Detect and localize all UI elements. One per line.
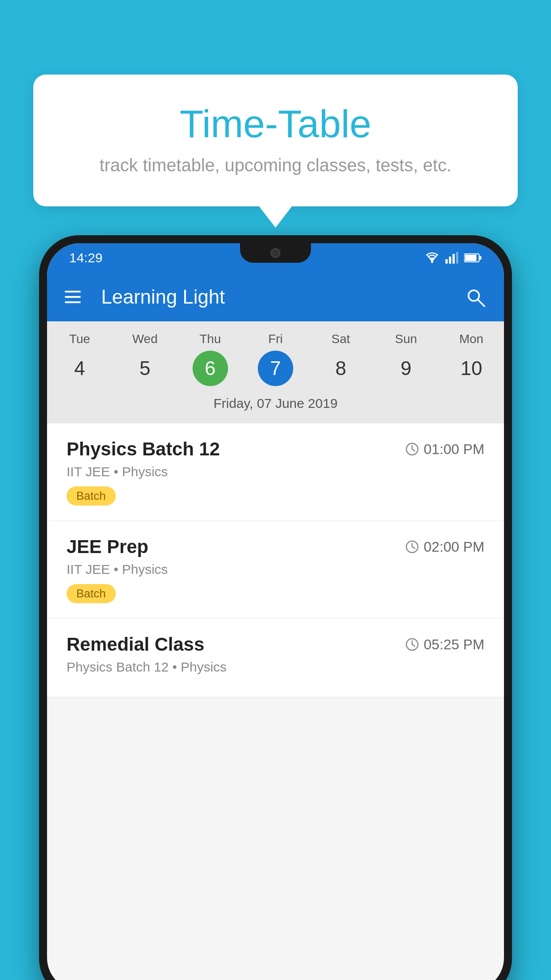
class-name-2: JEE Prep: [67, 536, 148, 557]
status-time: 14:29: [69, 250, 102, 265]
class-name-1: Physics Batch 12: [67, 439, 220, 460]
clock-icon-3: [405, 637, 419, 652]
day-header-wed: Wed: [112, 332, 177, 346]
hamburger-menu-icon[interactable]: [65, 291, 81, 303]
day-6-today[interactable]: 6: [193, 351, 228, 386]
svg-rect-7: [480, 256, 481, 260]
class-time-2: 02:00 PM: [405, 539, 484, 555]
svg-line-12: [412, 449, 415, 451]
wifi-icon: [424, 252, 440, 264]
app-title: Learning Light: [101, 286, 451, 308]
tooltip-card: Time-Table track timetable, upcoming cla…: [33, 75, 518, 206]
class-header-2: JEE Prep 02:00 PM: [67, 536, 484, 557]
svg-line-9: [478, 300, 484, 306]
clock-icon-2: [405, 540, 419, 554]
class-info-3: Physics Batch 12 • Physics: [67, 660, 484, 675]
batch-tag-2: Batch: [67, 584, 116, 603]
svg-line-15: [412, 547, 415, 549]
calendar-strip: Tue Wed Thu Fri Sat Sun Mon 4 5 6 7 8 9 …: [47, 321, 504, 423]
clock-icon-1: [405, 442, 419, 456]
svg-line-18: [412, 644, 415, 646]
class-list: Physics Batch 12 01:00 PM IIT JEE • Phys…: [47, 423, 504, 697]
day-9[interactable]: 9: [374, 351, 439, 386]
app-bar: Learning Light: [47, 273, 504, 321]
day-header-mon: Mon: [439, 332, 504, 346]
svg-rect-4: [456, 252, 458, 264]
phone-notch: [240, 243, 311, 263]
day-header-sun: Sun: [374, 332, 439, 346]
class-item-2[interactable]: JEE Prep 02:00 PM IIT JEE • Physics Batc…: [47, 521, 504, 619]
class-item-3[interactable]: Remedial Class 05:25 PM Physics Batch 12…: [47, 619, 504, 697]
class-info-1: IIT JEE • Physics: [67, 464, 484, 479]
search-button[interactable]: [464, 286, 486, 308]
class-item-1[interactable]: Physics Batch 12 01:00 PM IIT JEE • Phys…: [47, 423, 504, 521]
phone-frame: 14:29: [39, 235, 512, 980]
tooltip-title: Time-Table: [69, 101, 482, 146]
day-10[interactable]: 10: [439, 351, 504, 386]
tooltip-subtitle: track timetable, upcoming classes, tests…: [69, 155, 482, 175]
battery-icon: [464, 253, 482, 263]
svg-point-0: [431, 261, 433, 263]
day-numbers: 4 5 6 7 8 9 10: [47, 351, 504, 386]
day-header-tue: Tue: [47, 332, 112, 346]
status-icons: [424, 252, 482, 264]
day-header-fri: Fri: [243, 332, 308, 346]
class-name-3: Remedial Class: [67, 634, 205, 655]
class-info-2: IIT JEE • Physics: [67, 562, 484, 577]
signal-icon: [445, 252, 459, 264]
class-time-1: 01:00 PM: [405, 441, 484, 458]
class-header-3: Remedial Class 05:25 PM: [67, 634, 484, 655]
day-5[interactable]: 5: [112, 351, 177, 386]
day-8[interactable]: 8: [308, 351, 374, 386]
selected-date-label: Friday, 07 June 2019: [47, 392, 504, 419]
class-header-1: Physics Batch 12 01:00 PM: [67, 439, 484, 460]
day-header-thu: Thu: [177, 332, 243, 346]
svg-rect-2: [449, 257, 451, 264]
phone-inner: 14:29: [47, 243, 504, 980]
day-header-sat: Sat: [308, 332, 374, 346]
svg-rect-3: [453, 254, 455, 264]
class-time-3: 05:25 PM: [405, 636, 484, 653]
batch-tag-1: Batch: [67, 486, 116, 506]
front-camera: [271, 248, 280, 258]
svg-rect-6: [465, 255, 476, 261]
svg-rect-1: [445, 259, 448, 264]
day-7-selected[interactable]: 7: [258, 351, 293, 386]
svg-point-8: [468, 290, 479, 301]
day-4[interactable]: 4: [47, 351, 112, 386]
day-headers: Tue Wed Thu Fri Sat Sun Mon: [47, 332, 504, 346]
